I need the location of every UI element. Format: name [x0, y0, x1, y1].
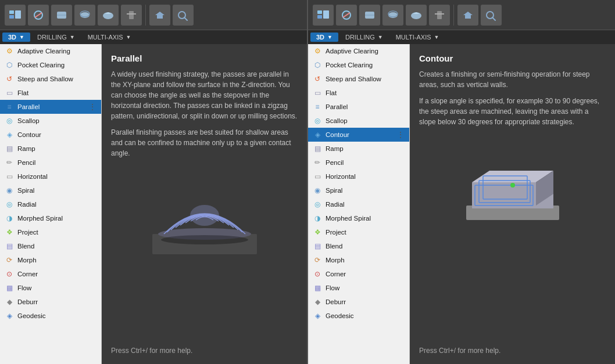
right-dropdown-menu: ⚙Adaptive Clearing⬡Pocket Clearing↺Steep…	[308, 44, 410, 364]
menu-item-geodesic[interactable]: ◈Geodesic	[308, 309, 409, 323]
menu-item-morphed-spiral[interactable]: ◑Morphed Spiral	[0, 211, 101, 225]
spiral-label: Spiral	[17, 187, 96, 194]
toolbar-icon-3[interactable]	[51, 5, 72, 26]
parallel-icon: ≡	[5, 102, 14, 111]
menu-item-adaptive-clearing[interactable]: ⚙Adaptive Clearing	[0, 44, 101, 58]
pocket-clearing-icon: ⬡	[5, 60, 14, 70]
toolbar-icon-1[interactable]	[5, 5, 26, 26]
svg-rect-38	[437, 11, 442, 19]
menu-item-geodesic[interactable]: ◈Geodesic	[0, 309, 101, 323]
menu-item-parallel[interactable]: ≡Parallel	[308, 100, 409, 114]
menu-item-blend[interactable]: ▤Blend	[0, 239, 101, 253]
flow-icon: ▩	[5, 283, 14, 293]
menu-item-horizontal[interactable]: ▭Horizontal	[308, 170, 409, 183]
toolbar-icon-8[interactable]	[173, 5, 194, 26]
menu-item-contour[interactable]: ◈Contour⋮	[308, 128, 409, 142]
menu-item-radial[interactable]: ◎Radial	[308, 197, 409, 211]
menu-item-flat[interactable]: ▭Flat	[0, 86, 101, 100]
right-tab-drilling[interactable]: DRILLING ▼	[339, 33, 389, 42]
contour-label: Contour	[17, 131, 96, 138]
geodesic-label: Geodesic	[326, 312, 405, 319]
right-toolbar-icon-3[interactable]	[359, 5, 380, 26]
toolbar-icon-7[interactable]	[149, 5, 170, 26]
radial-icon: ◎	[313, 200, 322, 209]
menu-item-radial[interactable]: ◎Radial	[0, 197, 101, 211]
menu-item-scallop[interactable]: ◎Scallop	[0, 114, 101, 128]
left-info-desc2: Parallel finishing passes are best suite…	[111, 127, 298, 158]
menu-item-flat[interactable]: ▭Flat	[308, 86, 409, 100]
menu-item-steep-and-shallow[interactable]: ↺Steep and Shallow	[308, 72, 409, 86]
blend-label: Blend	[17, 243, 96, 250]
geodesic-icon: ◈	[313, 311, 322, 320]
project-label: Project	[326, 229, 405, 236]
menu-item-pocket-clearing[interactable]: ⬡Pocket Clearing	[308, 58, 409, 72]
menu-item-project[interactable]: ❖Project	[308, 225, 409, 239]
menu-item-corner[interactable]: ⊙Corner	[308, 267, 409, 281]
contour-icon: ◈	[5, 130, 14, 139]
project-icon: ❖	[5, 228, 14, 237]
menu-item-ramp[interactable]: ▤Ramp	[0, 142, 101, 156]
svg-point-27	[190, 205, 219, 226]
menu-item-spiral[interactable]: ◉Spiral	[308, 183, 409, 197]
right-toolbar-icon-1[interactable]	[313, 5, 334, 26]
menu-item-horizontal[interactable]: ▭Horizontal	[0, 170, 101, 183]
menu-item-ramp[interactable]: ▤Ramp	[308, 142, 409, 156]
right-tab-multiaxis[interactable]: MULTI-AXIS ▼	[390, 33, 445, 42]
menu-item-deburr[interactable]: ◆Deburr	[0, 295, 101, 309]
menu-item-adaptive-clearing[interactable]: ⚙Adaptive Clearing	[308, 44, 409, 58]
left-tab-drilling[interactable]: DRILLING ▼	[31, 33, 81, 42]
left-tab-3d[interactable]: 3D ▼	[2, 33, 30, 42]
parallel-icon: ≡	[313, 102, 322, 111]
menu-item-scallop[interactable]: ◎Scallop	[308, 114, 409, 128]
right-info-desc1: Creates a finishing or semi-finishing op…	[419, 69, 606, 90]
menu-item-flow[interactable]: ▩Flow	[0, 281, 101, 295]
menu-item-morphed-spiral[interactable]: ◑Morphed Spiral	[308, 211, 409, 225]
deburr-icon: ◆	[5, 297, 14, 307]
menu-item-project[interactable]: ❖Project	[0, 225, 101, 239]
menu-item-spiral[interactable]: ◉Spiral	[0, 183, 101, 197]
svg-point-60	[510, 183, 515, 188]
project-label: Project	[17, 229, 96, 236]
left-tab-3d-label: 3D	[8, 34, 16, 41]
pencil-icon: ✏	[313, 158, 322, 167]
left-info-title: Parallel	[111, 53, 298, 63]
right-toolbar-icon-2[interactable]	[336, 5, 357, 26]
left-tab-multiaxis[interactable]: MULTI-AXIS ▼	[82, 33, 137, 42]
menu-item-contour[interactable]: ◈Contour	[0, 128, 101, 142]
toolbar-icon-5[interactable]	[98, 5, 119, 26]
menu-item-steep-and-shallow[interactable]: ↺Steep and Shallow	[0, 72, 101, 86]
toolbar-icon-6[interactable]	[121, 5, 142, 26]
left-info-desc1: A widely used finishing strategy, the pa…	[111, 69, 298, 121]
menu-item-morph[interactable]: ⟳Morph	[0, 253, 101, 267]
pencil-label: Pencil	[326, 159, 405, 166]
right-toolbar-icon-7[interactable]	[457, 5, 478, 26]
right-toolbar-icon-5[interactable]	[406, 5, 427, 26]
menu-item-pocket-clearing[interactable]: ⬡Pocket Clearing	[0, 58, 101, 72]
right-toolbar-icon-8[interactable]	[481, 5, 502, 26]
left-tab-drilling-chevron: ▼	[70, 34, 75, 40]
radial-label: Radial	[326, 201, 405, 208]
right-tab-3d-chevron: ▼	[327, 34, 332, 40]
menu-item-blend[interactable]: ▤Blend	[308, 239, 409, 253]
right-illustration	[455, 139, 571, 226]
menu-item-flow[interactable]: ▩Flow	[308, 281, 409, 295]
toolbar-separator	[145, 5, 146, 26]
blend-icon: ▤	[5, 242, 14, 251]
right-tab-3d[interactable]: 3D ▼	[310, 33, 338, 42]
toolbar-icon-2[interactable]	[28, 5, 49, 26]
menu-item-corner[interactable]: ⊙Corner	[0, 267, 101, 281]
pencil-icon: ✏	[5, 158, 14, 167]
right-toolbar-icon-6[interactable]	[429, 5, 450, 26]
menu-item-deburr[interactable]: ◆Deburr	[308, 295, 409, 309]
corner-icon: ⊙	[313, 269, 322, 279]
menu-item-morph[interactable]: ⟳Morph	[308, 253, 409, 267]
right-toolbar-icon-4[interactable]	[382, 5, 403, 26]
menu-item-pencil[interactable]: ✏Pencil	[0, 156, 101, 170]
deburr-icon: ◆	[313, 297, 322, 307]
scallop-label: Scallop	[17, 117, 96, 124]
morph-icon: ⟳	[5, 255, 14, 265]
menu-item-parallel[interactable]: ≡Parallel⋮	[0, 100, 101, 114]
toolbar-icon-4[interactable]	[74, 5, 95, 26]
menu-item-pencil[interactable]: ✏Pencil	[308, 156, 409, 170]
flow-label: Flow	[326, 284, 405, 291]
